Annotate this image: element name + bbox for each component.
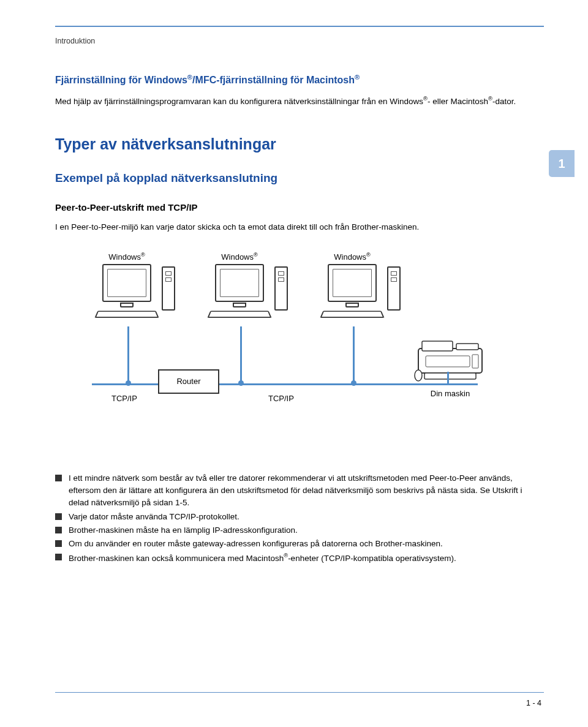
bullet-item: Brother-maskinen måste ha en lämplig IP-… bbox=[55, 524, 527, 537]
bullet-item: Om du använder en router måste gateway-a… bbox=[55, 538, 527, 550]
chapter-tab: 1 bbox=[549, 150, 575, 177]
bullet-item: I ett mindre nätverk som består av två e… bbox=[55, 472, 527, 510]
svg-point-6 bbox=[415, 370, 422, 381]
printer-device: Din maskin bbox=[410, 337, 490, 398]
tower-icon bbox=[387, 266, 401, 311]
breadcrumb: Introduktion bbox=[55, 37, 95, 45]
bullet-item: Varje dator måste använda TCP/IP-protoko… bbox=[55, 511, 527, 523]
pc-2: Windows® bbox=[194, 252, 285, 318]
heading-2: Exempel på kopplad nätverksanslutning bbox=[55, 171, 527, 185]
monitor-icon bbox=[328, 264, 377, 302]
tower-icon bbox=[274, 266, 288, 311]
network-diagram: Windows® Windows® Windows® Router TCP/IP bbox=[74, 252, 490, 460]
section-body: Med hjälp av fjärrinställningsprogramvar… bbox=[55, 94, 527, 107]
router-box: Router bbox=[158, 369, 219, 394]
page-number: 1 - 4 bbox=[526, 699, 541, 707]
footer-rule bbox=[55, 692, 544, 693]
monitor-icon bbox=[215, 264, 264, 302]
keyboard-icon bbox=[94, 311, 159, 318]
svg-rect-3 bbox=[426, 356, 470, 367]
section-title-text: Fjärrinställning för Windows®/MFC-fjärri… bbox=[55, 75, 360, 85]
printer-label: Din maskin bbox=[410, 389, 490, 398]
network-drop-3 bbox=[353, 326, 355, 383]
bullet-list: I ett mindre nätverk som består av två e… bbox=[55, 472, 527, 565]
network-drop-1 bbox=[127, 326, 129, 383]
keyboard-icon bbox=[207, 311, 271, 318]
printer-drop-line bbox=[447, 372, 449, 383]
svg-rect-5 bbox=[424, 373, 476, 379]
pc-3: Windows® bbox=[306, 252, 398, 318]
heading-4: Peer-to-Peer-utskrift med TCP/IP bbox=[55, 202, 527, 213]
tower-icon bbox=[162, 266, 175, 311]
svg-rect-2 bbox=[456, 344, 478, 350]
svg-rect-4 bbox=[472, 355, 478, 368]
stand-icon bbox=[120, 303, 134, 307]
pc-3-label: Windows® bbox=[306, 252, 398, 262]
page-content: Fjärrinställning för Windows®/MFC-fjärri… bbox=[55, 73, 527, 566]
tcpip-left-label: TCP/IP bbox=[111, 394, 137, 403]
heading-1: Typer av nätverksanslutningar bbox=[55, 135, 527, 153]
stand-icon bbox=[233, 303, 246, 307]
section-title: Fjärrinställning för Windows®/MFC-fjärri… bbox=[55, 73, 527, 86]
svg-rect-1 bbox=[422, 341, 453, 351]
pc-1: Windows® bbox=[81, 252, 173, 318]
printer-icon bbox=[413, 337, 487, 383]
top-rule bbox=[55, 26, 544, 27]
keyboard-icon bbox=[320, 311, 384, 318]
stand-icon bbox=[345, 303, 359, 307]
network-drop-2 bbox=[240, 326, 242, 383]
pc-1-label: Windows® bbox=[81, 252, 173, 262]
bullet-item: Brother-maskinen kan också kommunicera m… bbox=[55, 551, 527, 565]
pc-2-label: Windows® bbox=[194, 252, 285, 262]
monitor-icon bbox=[102, 264, 151, 302]
tcpip-right-label: TCP/IP bbox=[268, 394, 294, 403]
intro-paragraph: I en Peer-to-Peer-miljö kan varje dator … bbox=[55, 221, 527, 233]
